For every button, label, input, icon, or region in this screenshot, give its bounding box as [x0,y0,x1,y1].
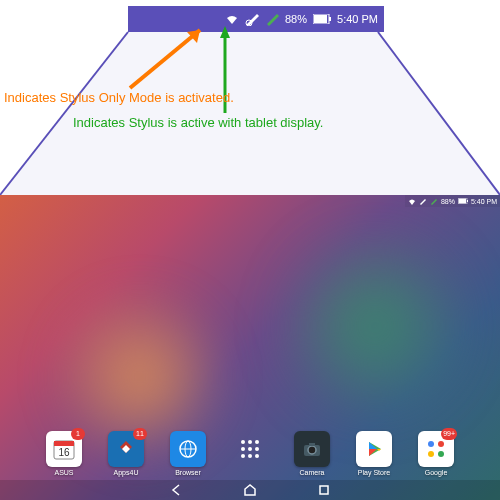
app-dock: 16 1 ASUS 11 Apps4U Browser [0,431,500,476]
svg-point-25 [248,447,252,451]
play-store-icon [363,438,385,460]
stylus-only-icon [419,197,427,205]
svg-point-31 [308,446,316,454]
badge: 99+ [441,428,457,440]
svg-line-5 [0,32,128,195]
battery-icon [458,198,468,204]
svg-point-34 [438,441,444,447]
calendar-icon: 16 [52,437,76,461]
svg-point-26 [255,447,259,451]
app-drawer-button[interactable] [229,431,271,476]
wifi-icon [225,13,239,25]
svg-point-27 [241,454,245,458]
app-browser[interactable]: Browser [167,431,209,476]
stylus-active-icon [265,12,279,26]
status-time-small: 5:40 PM [471,198,497,205]
svg-point-21 [241,440,245,444]
zoomed-status-bar: 88% 5:40 PM [128,6,384,32]
stylus-active-icon [430,197,438,205]
home-button[interactable] [243,483,257,497]
tablet-home-screen: 88% 5:40 PM 16 1 ASUS 11 Apps4U Browser [0,195,500,500]
svg-point-22 [248,440,252,444]
app-play-store[interactable]: Play Store [353,431,395,476]
annotation-stylus-only: Indicates Stylus Only Mode is activated. [4,90,234,105]
app-label: Play Store [358,469,390,476]
svg-rect-3 [314,15,327,23]
app-label: Google [425,469,448,476]
status-time: 5:40 PM [337,13,378,25]
stylus-only-icon [245,12,259,26]
recents-button[interactable] [317,483,331,497]
app-google[interactable]: 99+ Google [415,431,457,476]
app-asus[interactable]: 16 1 ASUS [43,431,85,476]
badge: 1 [71,428,85,440]
badge: 11 [133,428,147,440]
tablet-status-bar: 88% 5:40 PM [405,195,500,207]
app-apps4u[interactable]: 11 Apps4U [105,431,147,476]
wallpaper-blob [275,226,475,426]
app-drawer-icon [238,437,262,461]
svg-rect-4 [329,17,331,21]
svg-line-6 [378,32,500,195]
wifi-icon [408,198,416,205]
svg-point-29 [255,454,259,458]
svg-rect-16 [54,441,74,446]
back-button[interactable] [169,483,183,497]
svg-marker-7 [0,32,500,195]
battery-percent-small: 88% [441,198,455,205]
app-label: Camera [300,469,325,476]
svg-point-23 [255,440,259,444]
battery-icon [313,14,331,24]
svg-point-33 [428,441,434,447]
app-label: Apps4U [114,469,139,476]
svg-point-24 [241,447,245,451]
svg-text:16: 16 [58,447,70,458]
globe-icon [177,438,199,460]
camera-icon [301,438,323,460]
svg-point-28 [248,454,252,458]
svg-point-35 [428,451,434,457]
google-folder-icon [424,437,448,461]
svg-point-36 [438,451,444,457]
svg-line-8 [130,30,200,88]
svg-rect-13 [458,199,466,204]
app-camera[interactable]: Camera [291,431,333,476]
svg-rect-37 [320,486,328,494]
nav-bar [0,480,500,500]
app-label: Browser [175,469,201,476]
battery-percent: 88% [285,13,307,25]
svg-rect-14 [467,200,468,202]
svg-rect-32 [309,443,315,446]
app-label: ASUS [54,469,73,476]
apps4u-icon [115,438,137,460]
annotation-stylus-active: Indicates Stylus is active with tablet d… [73,115,324,130]
